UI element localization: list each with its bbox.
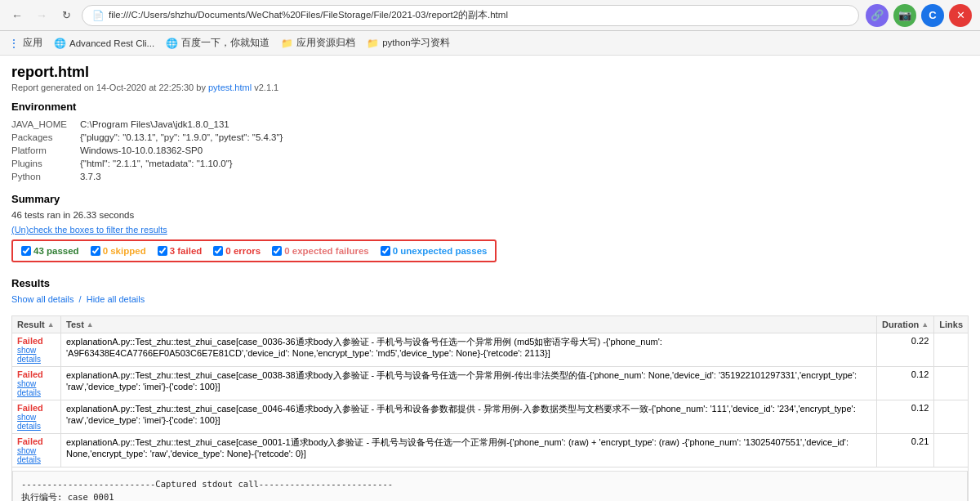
env-row: Plugins{"html": "2.1.1", "metadata": "1.…	[11, 157, 296, 170]
table-row: Failed show details explanationA.py::Tes…	[12, 434, 969, 467]
browser-toolbar: ← → ↻ 📄 file:///C:/Users/shzhu/Documents…	[0, 0, 980, 31]
bookmarks-bar: ⋮ 应用 🌐 Advanced Rest Cli... 🌐 百度一下，你就知道 …	[0, 31, 980, 56]
apps-grid-icon: ⋮	[8, 37, 20, 50]
failed-label: 3 failed	[170, 246, 203, 256]
unexpected-filter[interactable]: 0 unexpected passes	[381, 246, 488, 256]
bookmark-advanced-rest[interactable]: 🌐 Advanced Rest Cli...	[54, 38, 154, 49]
results-detail-links: Show all details / Hide all details	[11, 294, 969, 304]
results-heading: Results	[11, 277, 969, 289]
profile-btn[interactable]: C	[921, 4, 944, 27]
show-details-link[interactable]: show details	[17, 446, 56, 464]
errors-label: 0 errors	[225, 246, 261, 256]
reload-button[interactable]: ↻	[57, 7, 75, 25]
env-value: {"html": "2.1.1", "metadata": "1.10.0"}	[80, 157, 296, 170]
failed-filter[interactable]: 3 failed	[158, 246, 203, 256]
expected-checkbox[interactable]	[272, 246, 282, 256]
env-key: Packages	[11, 131, 80, 144]
stdout-row: --------------------------Captured stdou…	[12, 467, 969, 502]
links-cell	[934, 400, 969, 434]
passed-label: 43 passed	[33, 246, 79, 256]
bookmark-python[interactable]: 📁 python学习资料	[367, 37, 450, 49]
table-row: Failed show details explanationA.py::Tes…	[12, 400, 969, 434]
test-cell: explanationA.py::Test_zhu::test_zhui_cas…	[61, 400, 877, 434]
bookmark-docs[interactable]: 📁 应用资源归档	[281, 37, 355, 49]
result-cell: Failed show details	[12, 400, 61, 434]
expected-filter[interactable]: 0 expected failures	[272, 246, 369, 256]
col-header-test[interactable]: Test ▲	[61, 316, 877, 333]
passed-checkbox[interactable]	[21, 246, 31, 256]
bookmark-baidu-label: 百度一下，你就知道	[181, 37, 270, 49]
env-key: JAVA_HOME	[11, 118, 80, 131]
file-icon: 📄	[92, 10, 104, 21]
result-label: Failed	[17, 436, 43, 446]
skipped-filter[interactable]: 0 skipped	[91, 246, 146, 256]
captured-stdout: --------------------------Captured stdou…	[12, 467, 969, 502]
bookmark-apps[interactable]: ⋮ 应用	[8, 37, 42, 50]
env-key: Plugins	[11, 157, 80, 170]
bookmark-apps-label: 应用	[23, 37, 42, 49]
env-value: {"pluggy": "0.13.1", "py": "1.9.0", "pyt…	[80, 131, 296, 144]
env-row: Python3.7.3	[11, 170, 296, 183]
environment-table: JAVA_HOMEC:\Program Files\Java\jdk1.8.0_…	[11, 118, 296, 183]
extension-btn-2[interactable]: 📷	[893, 4, 916, 27]
docs-folder-icon: 📁	[281, 38, 293, 49]
filter-hint[interactable]: (Un)check the boxes to filter the result…	[11, 225, 969, 235]
failed-checkbox[interactable]	[158, 246, 167, 256]
links-cell	[934, 434, 969, 467]
advanced-rest-icon: 🌐	[54, 38, 66, 49]
env-row: JAVA_HOMEC:\Program Files\Java\jdk1.8.0_…	[11, 118, 296, 131]
errors-filter[interactable]: 0 errors	[213, 246, 261, 256]
summary-stats: 46 tests ran in 26.33 seconds	[11, 210, 969, 220]
duration-sort-icon: ▲	[921, 320, 929, 329]
env-key: Platform	[11, 144, 80, 157]
duration-cell: 0.12	[877, 367, 934, 400]
show-details-link[interactable]: show details	[17, 413, 56, 431]
col-header-duration[interactable]: Duration ▲	[877, 316, 934, 333]
test-sort-icon: ▲	[87, 320, 94, 329]
passed-filter[interactable]: 43 passed	[21, 246, 79, 256]
pytest-link[interactable]: pytest.html	[208, 83, 252, 92]
unexpected-checkbox[interactable]	[381, 246, 390, 256]
summary-heading: Summary	[11, 193, 969, 205]
back-button[interactable]: ←	[8, 7, 26, 25]
unexpected-passes-label: 0 unexpected passes	[393, 246, 488, 256]
hide-all-link[interactable]: Hide all details	[87, 294, 145, 304]
duration-cell: 0.22	[877, 333, 934, 367]
skipped-label: 0 skipped	[103, 246, 146, 256]
baidu-icon: 🌐	[166, 38, 178, 49]
links-cell	[934, 367, 969, 400]
skipped-checkbox[interactable]	[91, 246, 100, 256]
expected-failures-label: 0 expected failures	[284, 246, 369, 256]
result-sort-icon: ▲	[47, 320, 55, 329]
bookmark-advanced-rest-label: Advanced Rest Cli...	[69, 38, 154, 48]
bookmark-python-label: python学习资料	[382, 37, 450, 49]
env-value: 3.7.3	[80, 170, 296, 183]
env-value: C:\Program Files\Java\jdk1.8.0_131	[80, 118, 296, 131]
result-cell: Failed show details	[12, 333, 61, 367]
duration-cell: 0.21	[877, 434, 934, 467]
show-details-link[interactable]: show details	[17, 346, 56, 364]
close-btn[interactable]: ✕	[949, 4, 972, 27]
bookmark-baidu[interactable]: 🌐 百度一下，你就知道	[166, 37, 270, 49]
result-label: Failed	[17, 403, 43, 413]
environment-heading: Environment	[11, 101, 969, 113]
extension-btn-1[interactable]: 🔗	[866, 4, 889, 27]
errors-checkbox[interactable]	[213, 246, 223, 256]
report-meta: Report generated on 14-Oct-2020 at 22:25…	[11, 83, 969, 92]
address-bar[interactable]: 📄 file:///C:/Users/shzhu/Documents/WeCha…	[82, 5, 859, 26]
show-all-link[interactable]: Show all details	[11, 294, 74, 304]
show-details-link[interactable]: show details	[17, 379, 56, 397]
test-cell: explanationA.py::Test_zhu::test_zhui_cas…	[61, 367, 877, 400]
env-row: Packages{"pluggy": "0.13.1", "py": "1.9.…	[11, 131, 296, 144]
env-row: PlatformWindows-10-10.0.18362-SP0	[11, 144, 296, 157]
results-table: Result ▲ Test ▲ Duration ▲	[11, 315, 969, 501]
forward-button[interactable]: →	[33, 7, 51, 25]
browser-actions: 🔗 📷 C ✕	[866, 4, 972, 27]
test-cell: explanationA.py::Test_zhu::test_zhui_cas…	[61, 333, 877, 367]
col-header-result[interactable]: Result ▲	[12, 316, 61, 333]
links-cell	[934, 333, 969, 367]
page-content: report.html Report generated on 14-Oct-2…	[0, 56, 980, 501]
filter-box: 43 passed 0 skipped 3 failed 0 errors 0 …	[11, 239, 497, 262]
env-value: Windows-10-10.0.18362-SP0	[80, 144, 296, 157]
python-folder-icon: 📁	[367, 38, 379, 49]
